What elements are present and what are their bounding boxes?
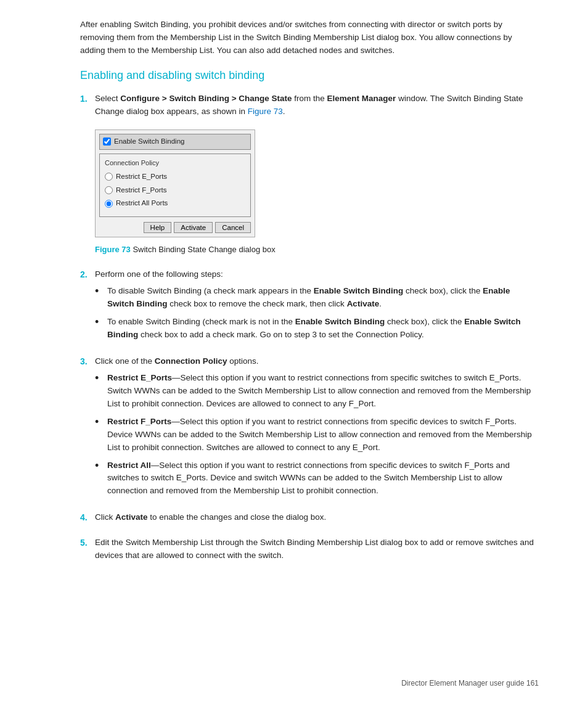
radio-fports-input[interactable] (105, 186, 113, 194)
bullet-3-2-text: Restrict F_Ports—Select this option if y… (107, 416, 539, 454)
bullet-2-1-text: To disable Switch Binding (a check mark … (107, 285, 539, 311)
radio-all-input[interactable] (105, 200, 113, 208)
radio-restrict-fports: Restrict F_Ports (105, 185, 245, 196)
step-1-bold-2: Element Manager (327, 94, 396, 103)
bullet-2-1-dot: • (95, 285, 105, 298)
step-3-num: 3. (80, 355, 95, 503)
b-activate-2: Activate (115, 512, 148, 522)
section-heading: Enabling and disabling switch binding (80, 68, 539, 83)
step-1: 1. Select Configure > Switch Binding > C… (80, 92, 539, 260)
bullet-2-2-text: To enable Switch Binding (check mark is … (107, 316, 539, 342)
figure-caption-text: Switch Binding State Change dialog box (133, 245, 275, 254)
bullet-3-2: • Restrict F_Ports—Select this option if… (95, 416, 539, 454)
connection-policy-group: Connection Policy Restrict E_Ports Restr… (99, 154, 251, 217)
radio-eports-label: Restrict E_Ports (116, 171, 167, 183)
radio-all-label: Restrict All Ports (116, 198, 168, 209)
step-2-text: Perform one of the following steps: (95, 268, 539, 281)
steps-list: 1. Select Configure > Switch Binding > C… (80, 92, 539, 566)
bullet-2-2: • To enable Switch Binding (check mark i… (95, 316, 539, 342)
step-4-content: Click Activate to enable the changes and… (95, 511, 539, 528)
bullet-3-2-dot: • (95, 416, 105, 429)
step-1-content: Select Configure > Switch Binding > Chan… (95, 92, 539, 260)
step-3-bullets: • Restrict E_Ports—Select this option if… (95, 372, 539, 498)
connection-policy-label: Connection Policy (105, 158, 245, 168)
step-3-text: Click one of the Connection Policy optio… (95, 355, 539, 368)
figure-caption: Figure 73 Switch Binding State Change di… (95, 244, 539, 256)
bullet-3-3: • Restrict All—Select this option if you… (95, 459, 539, 498)
step-5: 5. Edit the Switch Membership List throu… (80, 536, 539, 566)
help-button[interactable]: Help (144, 222, 172, 233)
b-connection-policy: Connection Policy (155, 356, 227, 366)
b-activate-1: Activate (347, 299, 380, 308)
bullet-2-2-dot: • (95, 316, 105, 329)
step-5-content: Edit the Switch Membership List through … (95, 536, 539, 566)
dialog-checkbox-row: Enable Switch Binding (99, 134, 251, 150)
step-4-num: 4. (80, 511, 95, 528)
figure-73-link[interactable]: Figure 73 (248, 107, 283, 116)
step-4-text: Click Activate to enable the changes and… (95, 511, 539, 524)
cancel-button[interactable]: Cancel (215, 222, 251, 233)
dialog-buttons-row: Help Activate Cancel (99, 222, 251, 233)
radio-fports-label: Restrict F_Ports (116, 185, 166, 196)
step-2: 2. Perform one of the following steps: •… (80, 268, 539, 347)
figure-caption-num: Figure 73 (95, 245, 131, 254)
b-restrict-eports: Restrict E_Ports (107, 373, 172, 382)
bullet-2-1: • To disable Switch Binding (a check mar… (95, 285, 539, 311)
dialog-box: Enable Switch Binding Connection Policy … (95, 129, 255, 237)
step-3: 3. Click one of the Connection Policy op… (80, 355, 539, 503)
enable-switch-binding-label: Enable Switch Binding (114, 136, 184, 147)
intro-paragraph: After enabling Switch Binding, you prohi… (80, 18, 539, 57)
bullet-3-1-text: Restrict E_Ports—Select this option if y… (107, 372, 539, 411)
activate-button[interactable]: Activate (174, 222, 213, 233)
step-3-content: Click one of the Connection Policy optio… (95, 355, 539, 503)
step-2-content: Perform one of the following steps: • To… (95, 268, 539, 347)
page-footer: Director Element Manager user guide 161 (401, 679, 539, 688)
bullet-3-1-dot: • (95, 372, 105, 385)
b-esb-2: Enable Switch Binding (107, 286, 510, 308)
b-restrict-fports: Restrict F_Ports (107, 417, 171, 426)
step-5-num: 5. (80, 536, 95, 566)
bullet-3-1: • Restrict E_Ports—Select this option if… (95, 372, 539, 411)
radio-restrict-all: Restrict All Ports (105, 198, 245, 209)
bullet-3-3-dot: • (95, 459, 105, 473)
step-1-num: 1. (80, 92, 95, 260)
step-1-bold-1: Configure > Switch Binding > Change Stat… (120, 94, 292, 103)
radio-restrict-eports: Restrict E_Ports (105, 171, 245, 183)
step-4: 4. Click Activate to enable the changes … (80, 511, 539, 528)
radio-eports-input[interactable] (105, 173, 113, 181)
b-esb-3: Enable Switch Binding (295, 317, 385, 326)
b-restrict-all: Restrict All (107, 461, 151, 470)
enable-switch-binding-checkbox[interactable] (103, 138, 111, 146)
step-2-num: 2. (80, 268, 95, 347)
dialog-screenshot: Enable Switch Binding Connection Policy … (95, 129, 255, 237)
step-5-text: Edit the Switch Membership List through … (95, 536, 539, 562)
step-1-text: Select Configure > Switch Binding > Chan… (95, 92, 539, 118)
b-esb-1: Enable Switch Binding (314, 286, 404, 295)
step-2-bullets: • To disable Switch Binding (a check mar… (95, 285, 539, 342)
bullet-3-3-text: Restrict All—Select this option if you w… (107, 459, 539, 498)
